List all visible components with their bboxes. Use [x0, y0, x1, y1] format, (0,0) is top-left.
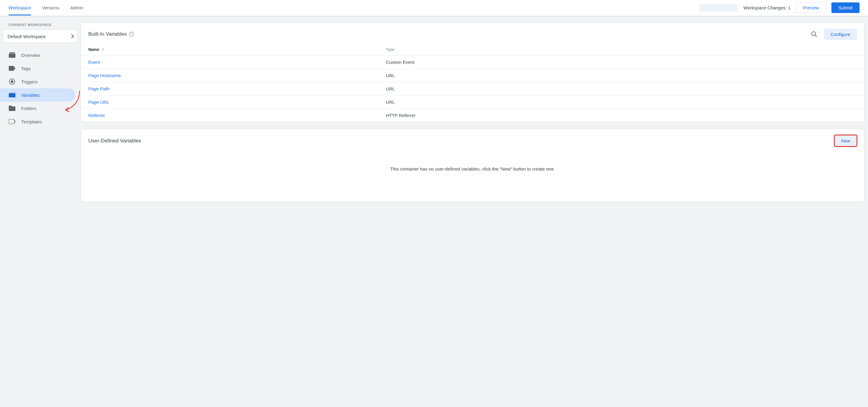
sort-asc-icon: ↑	[102, 47, 104, 52]
variables-icon	[8, 91, 16, 99]
help-icon[interactable]: ?	[129, 32, 134, 37]
sidebar-item-label: Triggers	[21, 79, 72, 84]
variable-type: Custom Event	[379, 56, 864, 69]
content-wrap: CURRENT WORKSPACE Default Workspace Over…	[0, 16, 868, 215]
userdef-title-text: User-Defined Variables	[88, 138, 141, 144]
variable-link[interactable]: Event	[88, 60, 100, 65]
tab-label: Versions	[42, 5, 60, 10]
workspace-changes-label[interactable]: Workspace Changes: 1	[743, 5, 790, 10]
col-type-label: Type	[386, 47, 394, 52]
variable-type: URL	[379, 82, 864, 96]
table-row[interactable]: Referrer HTTP Referrer	[81, 109, 864, 122]
tab-admin[interactable]: Admin	[70, 0, 83, 15]
variable-link[interactable]: Page Hostname	[88, 73, 121, 78]
builtin-card-header: Built-In Variables ? Configure	[81, 23, 864, 43]
builtin-variables-card: Built-In Variables ? Configure Name ↑	[81, 22, 864, 122]
sidebar: CURRENT WORKSPACE Default Workspace Over…	[0, 16, 81, 215]
userdef-empty-message: This container has no user-defined varia…	[81, 148, 864, 202]
sidebar-item-label: Tags	[21, 66, 72, 71]
sidebar-item-triggers[interactable]: Triggers	[0, 75, 81, 88]
tag-icon	[8, 65, 16, 72]
search-icon	[811, 31, 817, 37]
top-tabs-bar: Workspace Versions Admin Workspace Chang…	[0, 0, 868, 16]
container-id-blurred	[699, 4, 738, 11]
builtin-card-title: Built-In Variables ?	[88, 31, 134, 37]
table-row[interactable]: Page Hostname URL	[81, 69, 864, 82]
main-content: Built-In Variables ? Configure Name ↑	[81, 16, 868, 215]
chevron-right-icon	[69, 34, 74, 38]
svg-rect-1	[9, 52, 15, 53]
tab-label: Workspace	[8, 5, 31, 10]
variable-link[interactable]: Page URL	[88, 99, 109, 105]
table-row[interactable]: Page Path URL	[81, 82, 864, 96]
variable-type: URL	[379, 69, 864, 82]
table-header-row: Name ↑ Type	[81, 43, 864, 56]
top-tabs: Workspace Versions Admin	[8, 0, 83, 15]
svg-point-3	[11, 81, 13, 83]
folder-icon	[8, 105, 16, 112]
workspace-selector[interactable]: Default Workspace	[3, 30, 78, 43]
variable-type: URL	[379, 96, 864, 109]
sidebar-nav: Overview Tags Triggers Variables	[0, 49, 81, 128]
tab-label: Admin	[70, 5, 83, 10]
sidebar-item-templates[interactable]: Templates	[0, 115, 81, 128]
sidebar-item-label: Variables	[21, 93, 67, 98]
sidebar-item-label: Overview	[21, 53, 72, 58]
builtin-variables-table: Name ↑ Type Event Custom Event Page Host…	[81, 43, 864, 122]
table-row[interactable]: Page URL URL	[81, 96, 864, 109]
variable-type: HTTP Referrer	[379, 109, 864, 122]
trigger-icon	[8, 78, 16, 85]
col-name-header[interactable]: Name ↑	[81, 43, 379, 56]
tab-versions[interactable]: Versions	[42, 0, 60, 15]
preview-button[interactable]: Preview	[796, 2, 826, 13]
svg-line-5	[815, 35, 816, 37]
sidebar-item-variables[interactable]: Variables	[0, 88, 75, 102]
new-variable-button[interactable]: New	[834, 135, 857, 146]
col-type-header[interactable]: Type	[379, 43, 864, 56]
variable-link[interactable]: Page Path	[88, 86, 110, 91]
sidebar-item-tags[interactable]: Tags	[0, 62, 81, 75]
builtin-title-text: Built-In Variables	[88, 31, 127, 37]
template-icon	[8, 118, 16, 125]
current-workspace-heading: CURRENT WORKSPACE	[0, 23, 81, 30]
search-button[interactable]	[808, 28, 820, 40]
configure-button[interactable]: Configure	[824, 29, 857, 40]
userdef-header-actions: New	[834, 135, 857, 146]
tab-workspace[interactable]: Workspace	[8, 0, 31, 15]
sidebar-item-label: Templates	[21, 119, 72, 124]
userdef-card-header: User-Defined Variables New	[81, 129, 864, 148]
userdef-variables-card: User-Defined Variables New This containe…	[81, 129, 864, 202]
sidebar-item-folders[interactable]: Folders	[0, 102, 81, 115]
svg-rect-0	[9, 54, 16, 58]
col-name-label: Name	[88, 47, 99, 52]
userdef-card-title: User-Defined Variables	[88, 138, 141, 144]
builtin-header-actions: Configure	[808, 28, 857, 40]
submit-button[interactable]: Submit	[831, 2, 860, 13]
topbar-right: Workspace Changes: 1 Preview Submit	[699, 2, 860, 13]
sidebar-item-label: Folders	[21, 106, 72, 111]
workspace-name: Default Workspace	[7, 34, 46, 39]
overview-icon	[8, 52, 16, 59]
variable-link[interactable]: Referrer	[88, 113, 105, 118]
sidebar-item-overview[interactable]: Overview	[0, 49, 81, 62]
table-row[interactable]: Event Custom Event	[81, 56, 864, 69]
